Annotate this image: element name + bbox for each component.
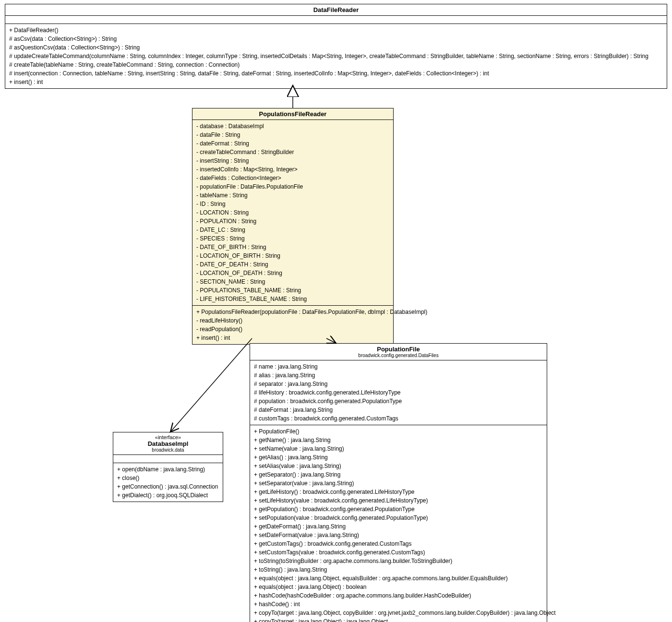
operations-section: + DataFileReader()# asCsv(data : Collect… xyxy=(5,24,667,88)
class-title: DataFileReader xyxy=(5,4,667,16)
member: + PopulationsFileReader(populationFile :… xyxy=(196,308,389,316)
member: # customTags : broadwick.config.generate… xyxy=(254,414,543,423)
member: - readLifeHistory() xyxy=(196,316,389,325)
member: # name : java.lang.String xyxy=(254,362,543,371)
member: + open(dbName : java.lang.String) xyxy=(117,465,219,474)
member: + getLifeHistory() : broadwick.config.ge… xyxy=(254,488,543,496)
member: - ID : String xyxy=(196,200,389,208)
attributes-section: - database : DatabaseImpl- dataFile : St… xyxy=(192,120,393,306)
class-populationfile: PopulationFile broadwick.config.generate… xyxy=(250,343,547,622)
member: + toString(toStringBuilder : org.apache.… xyxy=(254,557,543,565)
member: # population : broadwick.config.generate… xyxy=(254,397,543,406)
member: # asQuestionCsv(data : Collection<String… xyxy=(9,43,663,52)
member: + toString() : java.lang.String xyxy=(254,565,543,574)
member: + insert() : int xyxy=(196,334,389,342)
member: - dataFile : String xyxy=(196,131,389,139)
member: - dateFormat : String xyxy=(196,139,389,148)
member: + getDateFormat() : java.lang.String xyxy=(254,522,543,531)
member: - tableName : String xyxy=(196,191,389,200)
member: - LOCATION : String xyxy=(196,208,389,217)
member: - LOCATION_OF_BIRTH : String xyxy=(196,251,389,260)
member: - SPECIES : String xyxy=(196,234,389,243)
operations-section: + open(dbName : java.lang.String)+ close… xyxy=(113,463,223,502)
attributes-section xyxy=(113,455,223,463)
class-databaseimpl: «interface» DatabaseImpl broadwick.data … xyxy=(113,432,223,502)
member: + getCustomTags() : broadwick.config.gen… xyxy=(254,539,543,548)
attributes-section: # name : java.lang.String# alias : java.… xyxy=(250,360,547,425)
class-title: PopulationFile xyxy=(250,344,547,353)
member: # separator : java.lang.String xyxy=(254,380,543,388)
member: - POPULATION : String xyxy=(196,217,389,226)
member: + hashCode(hashCodeBuilder : org.apache.… xyxy=(254,591,543,600)
member: + hashCode() : int xyxy=(254,600,543,609)
member: # alias : java.lang.String xyxy=(254,371,543,380)
member: - insertString : String xyxy=(196,156,389,165)
member: + copyTo(target : java.lang.Object) : ja… xyxy=(254,617,543,622)
member: + setAlias(value : java.lang.String) xyxy=(254,462,543,470)
member: + getName() : java.lang.String xyxy=(254,436,543,444)
member: + setDateFormat(value : java.lang.String… xyxy=(254,531,543,539)
member: - LIFE_HISTORIES_TABLE_NAME : String xyxy=(196,295,389,303)
class-header: PopulationFile broadwick.config.generate… xyxy=(250,344,547,360)
member: # createTable(tableName : String, create… xyxy=(9,60,663,69)
member: + insert() : int xyxy=(9,78,663,86)
member: + copyTo(target : java.lang.Object, copy… xyxy=(254,609,543,617)
class-title: DatabaseImpl xyxy=(113,440,223,447)
member: + DataFileReader() xyxy=(9,26,663,35)
member: - POPULATIONS_TABLE_NAME : String xyxy=(196,286,389,295)
member: + setName(value : java.lang.String) xyxy=(254,444,543,453)
member: - populationFile : DataFiles.PopulationF… xyxy=(196,182,389,191)
member: + getDialect() : org.jooq.SQLDialect xyxy=(117,491,219,500)
member: + PopulationFile() xyxy=(254,427,543,436)
member: + setCustomTags(value : broadwick.config… xyxy=(254,548,543,557)
package: broadwick.config.generated.DataFiles xyxy=(250,353,547,360)
member: # insert(connection : Connection, tableN… xyxy=(9,69,663,78)
stereotype: «interface» xyxy=(113,432,223,440)
member: # lifeHistory : broadwick.config.generat… xyxy=(254,388,543,397)
member: + setLifeHistory(value : broadwick.confi… xyxy=(254,496,543,505)
member: - LOCATION_OF_DEATH : String xyxy=(196,269,389,277)
operations-section: + PopulationFile()+ getName() : java.lan… xyxy=(250,425,547,622)
member: + getAlias() : java.lang.String xyxy=(254,453,543,462)
package: broadwick.data xyxy=(113,447,223,455)
member: - SECTION_NAME : String xyxy=(196,277,389,286)
member: + getSeparator() : java.lang.String xyxy=(254,470,543,479)
member: # dateFormat : java.lang.String xyxy=(254,406,543,414)
member: # asCsv(data : Collection<String>) : Str… xyxy=(9,35,663,43)
member: - DATE_OF_BIRTH : String xyxy=(196,243,389,251)
member: - createTableCommand : StringBuilder xyxy=(196,148,389,156)
member: - readPopulation() xyxy=(196,325,389,334)
attributes-section xyxy=(5,16,667,24)
member: - DATE_OF_DEATH : String xyxy=(196,260,389,269)
member: + close() xyxy=(117,474,219,482)
member: + getConnection() : java.sql.Connection xyxy=(117,482,219,491)
member: - database : DatabaseImpl xyxy=(196,122,389,131)
association-arrow xyxy=(170,338,252,432)
member: + equals(object : java.lang.Object, equa… xyxy=(254,574,543,583)
member: - dateFields : Collection<Integer> xyxy=(196,174,389,182)
class-populationsfilereader: PopulationsFileReader - database : Datab… xyxy=(192,108,394,345)
member: + setSeparator(value : java.lang.String) xyxy=(254,479,543,488)
member: + getPopulation() : broadwick.config.gen… xyxy=(254,505,543,514)
operations-section: + PopulationsFileReader(populationFile :… xyxy=(192,306,393,344)
member: # updateCreateTableCommand(columnName : … xyxy=(9,52,663,60)
member: - insertedColInfo : Map<String, Integer> xyxy=(196,165,389,174)
member: + equals(object : java.lang.Object) : bo… xyxy=(254,583,543,591)
class-datafilereader: DataFileReader + DataFileReader()# asCsv… xyxy=(5,4,667,89)
member: + setPopulation(value : broadwick.config… xyxy=(254,514,543,522)
class-header: «interface» DatabaseImpl broadwick.data xyxy=(113,432,223,455)
class-title: PopulationsFileReader xyxy=(192,108,393,120)
member: - DATE_LC : String xyxy=(196,226,389,234)
